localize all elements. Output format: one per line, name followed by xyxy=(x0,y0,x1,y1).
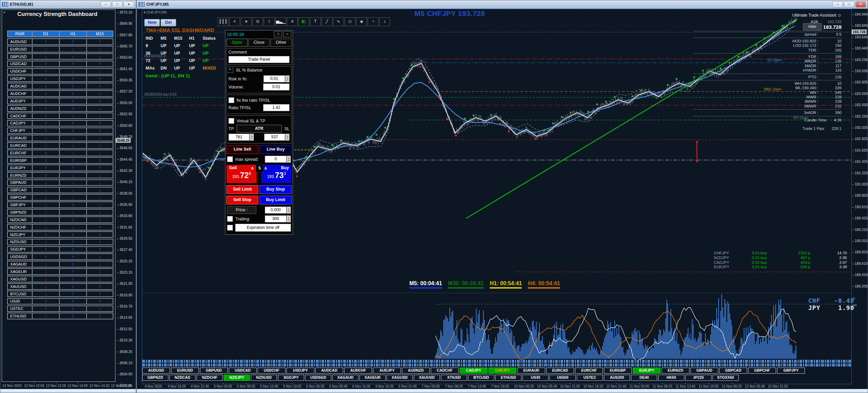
symbol-button-nzdchf[interactable]: NZDCHF xyxy=(197,375,223,381)
symbol-button-audchf[interactable]: AUDCHF xyxy=(344,368,372,374)
symbol-button-btcusd[interactable]: BTCUSD xyxy=(468,375,494,381)
fix-ratio-checkbox[interactable] xyxy=(228,97,234,103)
max-spread-input[interactable]: 0 xyxy=(265,156,287,163)
comment-input[interactable]: Trade Panel xyxy=(228,56,290,63)
symbol-button-eurjpy[interactable]: EURJPY xyxy=(633,368,661,374)
risk-stepper[interactable]: ▲▼ xyxy=(285,75,290,82)
buy-button[interactable]: ∧Buy 193.733 xyxy=(261,165,292,183)
buy-limit-button[interactable]: Buy Limit xyxy=(260,196,292,204)
close-button[interactable]: × xyxy=(124,1,134,7)
symbol-button-jp225[interactable]: JP225 xyxy=(685,375,712,381)
symbol-button-chfjpy[interactable]: CHFJPY xyxy=(488,368,516,374)
minimize-button[interactable]: – xyxy=(100,1,111,7)
tab-close[interactable]: Close xyxy=(248,39,270,47)
symbol-button-nzdcad[interactable]: NZDCAD xyxy=(169,375,196,381)
symbol-button-eurnzd[interactable]: EURNZD xyxy=(662,368,689,374)
symbol-button-audusd[interactable]: AUDUSD xyxy=(142,368,170,374)
symbol-button-eurgbp[interactable]: EURGBP xyxy=(604,368,632,374)
tab-open[interactable]: Open xyxy=(226,39,247,47)
symbol-button-audcad[interactable]: AUDCAD xyxy=(315,368,343,374)
minimize-button[interactable]: – xyxy=(832,1,843,7)
tp-stepper[interactable]: ▲▼ xyxy=(250,134,254,141)
symbol-button-xagaud[interactable]: XAGAUD xyxy=(332,375,358,381)
fibonacci-tool-icon[interactable]: ◈ xyxy=(356,17,367,26)
trailing-input[interactable]: 300 xyxy=(265,215,287,222)
symbol-button-usdcad[interactable]: USDCAD xyxy=(229,368,257,374)
add-button[interactable]: + xyxy=(226,66,233,73)
symbol-button-usdjpy[interactable]: USDJPY xyxy=(287,368,314,374)
line-sell-button[interactable]: Line Sell xyxy=(226,145,258,154)
symbol-button-cadchf[interactable]: CADCHF xyxy=(431,368,459,374)
buy-stop-button[interactable]: Buy Stop xyxy=(260,185,292,194)
horizontal-scrollbar[interactable] xyxy=(0,389,136,393)
trendline-tool-icon[interactable]: ╱ xyxy=(321,17,332,26)
max-spread-stepper[interactable]: ▲▼ xyxy=(287,156,291,163)
symbol-button-sgdjpy[interactable]: SGDJPY xyxy=(278,375,304,381)
virtual-sltp-checkbox[interactable] xyxy=(228,118,234,124)
symbol-button-ustec[interactable]: USTEC xyxy=(577,375,603,381)
symbol-button-usdchf[interactable]: USDCHF xyxy=(258,368,285,374)
settings-gear-icon[interactable]: ∗ xyxy=(241,17,252,26)
restore-button[interactable]: □ xyxy=(844,1,854,7)
symbol-button-hk50[interactable]: HK50 xyxy=(658,375,684,381)
symbol-button-nzdusd[interactable]: NZDUSD xyxy=(251,375,277,381)
symbol-button-cadjpy[interactable]: CADJPY xyxy=(460,368,487,374)
titlebar-chfjpy[interactable]: CHFJPY,M5 – □ × xyxy=(137,0,868,9)
new-button[interactable]: New xyxy=(144,19,160,26)
camera-icon[interactable]: ⊙ xyxy=(252,17,263,26)
expiration-checkbox[interactable] xyxy=(227,225,233,231)
indicators-chart-icon[interactable]: ▅▃▁ xyxy=(275,17,286,26)
sell-limit-button[interactable]: Sell Limit xyxy=(226,185,258,194)
sl-points-input[interactable]: 537 xyxy=(264,134,285,141)
close-button[interactable]: × xyxy=(855,1,866,7)
symbol-button-nzdjpy[interactable]: NZDJPY xyxy=(224,375,250,381)
sell-stop-button[interactable]: Sell Stop xyxy=(226,196,258,204)
symbol-button-xauusd[interactable]: XAUUSD xyxy=(414,375,440,381)
back-arrow-icon[interactable]: < xyxy=(229,17,240,26)
symbol-button-audjpy[interactable]: AUDJPY xyxy=(373,368,401,374)
symbol-button-audnzd[interactable]: AUDNZD xyxy=(402,368,430,374)
symbol-button-gbpusd[interactable]: GBPUSD xyxy=(200,368,228,374)
candlestick-icon[interactable]: ▮▯ xyxy=(298,17,309,26)
trailing-checkbox[interactable] xyxy=(227,216,233,222)
symbol-button-euraud[interactable]: EURAUD xyxy=(517,368,545,374)
symbol-button-gbpnzd[interactable]: GBPNZD xyxy=(142,375,168,381)
pending-price-input[interactable]: 0.000 xyxy=(265,207,287,214)
ratio-input[interactable]: 1.42 xyxy=(263,104,290,111)
symbol-button-xagusd[interactable]: XAGUSD xyxy=(387,375,413,381)
wave-tool-icon[interactable]: ∿ xyxy=(333,17,344,26)
tab-other[interactable]: Other xyxy=(271,39,292,47)
hide-button[interactable]: Hide xyxy=(803,23,822,31)
symbol-button-eurchf[interactable]: EURCHF xyxy=(575,368,603,374)
expiration-button[interactable]: Expiration time off xyxy=(235,224,291,232)
symbol-button-us30[interactable]: US30 xyxy=(522,375,549,381)
sell-button[interactable]: Sell∧ 193.728 xyxy=(226,165,257,183)
risk-input[interactable]: 0.01 xyxy=(263,75,285,82)
shapes-tool-icon[interactable]: ◇ xyxy=(345,17,355,26)
del-button[interactable]: Del xyxy=(161,19,176,26)
max-spread-checkbox[interactable] xyxy=(227,156,233,162)
symbol-button-eurcad[interactable]: EURCAD xyxy=(546,368,574,374)
clock-tool-icon[interactable]: ◔ xyxy=(368,17,378,26)
sl-stepper[interactable]: ▲▼ xyxy=(285,134,290,141)
symbol-button-usdsgd[interactable]: USDSGD xyxy=(305,375,331,381)
symbol-button-gbpaud[interactable]: GBPAUD xyxy=(690,368,718,374)
symbol-button-de40[interactable]: DE40 xyxy=(631,375,657,381)
tp-points-input[interactable]: 761 xyxy=(228,134,250,141)
symbol-button-gbpcad[interactable]: GBPCAD xyxy=(719,368,747,374)
symbol-button-gbpjpy[interactable]: GBPJPY xyxy=(777,368,805,374)
panel-menu-icon[interactable]: ≡ xyxy=(274,31,282,37)
volume-input[interactable]: 0.01 xyxy=(263,83,290,91)
titlebar-ethusd[interactable]: ETHUSD,M1 – □ × xyxy=(0,0,136,9)
symbol-button-gbpchf[interactable]: GBPCHF xyxy=(748,368,776,374)
alert-bell-icon[interactable]: ♪ xyxy=(379,17,390,26)
symbol-button-ethusd[interactable]: ETHUSD xyxy=(495,375,521,381)
pending-price-stepper[interactable]: ▲▼ xyxy=(287,207,291,214)
symbol-button-eurusd[interactable]: EURUSD xyxy=(171,368,199,374)
symbol-button-us500[interactable]: US500 xyxy=(550,375,576,381)
panel-minimize-icon[interactable]: – xyxy=(283,31,291,37)
symbol-button-xageur[interactable]: XAGEUR xyxy=(359,375,386,381)
horizontal-scrollbar[interactable] xyxy=(137,389,868,393)
atr-mode-button[interactable]: ATR xyxy=(237,125,282,133)
symbol-button-aus200[interactable]: AUS200 xyxy=(604,375,630,381)
